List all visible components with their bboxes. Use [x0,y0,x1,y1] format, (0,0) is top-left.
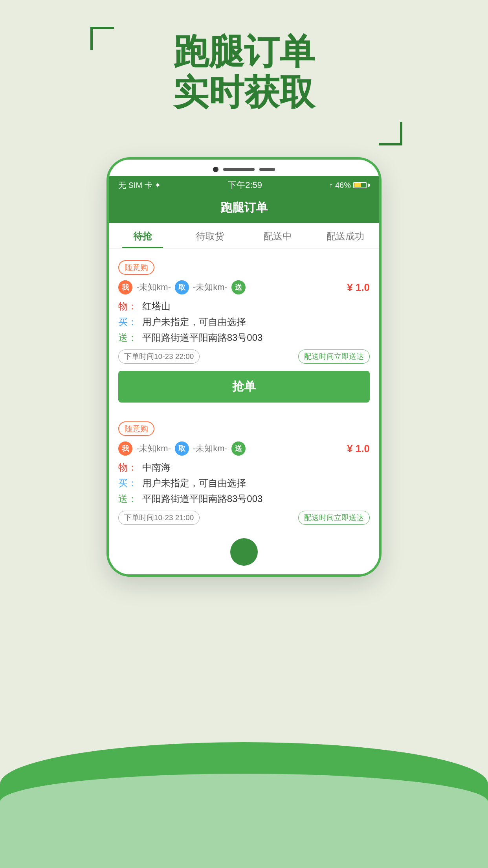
phone-sensor [259,168,275,171]
buy-text-1: 用户未指定，可自由选择 [142,316,246,327]
order-buy-2: 买： 用户未指定，可自由选择 [118,477,370,489]
status-bar: 无 SIM 卡 ✦ 下午2:59 ↑ 46% [109,176,379,194]
status-signal: ↑ [329,181,333,190]
send-text-2: 平阳路街道平阳南路83号003 [142,493,263,504]
status-time: 下午2:59 [228,179,262,191]
order-route-2: 我 -未知km- 取 -未知km- 送 ¥ 1.0 [118,441,370,456]
tab-waiting-pickup[interactable]: 待取货 [176,223,244,248]
delivery-time-tag-2: 配送时间立即送达 [298,511,370,525]
route-from-km-1: -未知km- [136,281,171,293]
item-label-2: 物： [118,462,137,473]
status-carrier: 无 SIM 卡 ✦ [118,180,161,191]
route-icon-me-1: 我 [118,280,132,294]
route-price-1: ¥ 1.0 [347,281,370,294]
route-icon-pickup-2: 取 [175,441,189,456]
phone-home-area [109,532,379,574]
order-route-1: 我 -未知km- 取 -未知km- 送 ¥ 1.0 [118,280,370,294]
route-icon-pickup-1: 取 [175,280,189,294]
order-badge-1: 随意购 [118,260,154,275]
phone-body: 无 SIM 卡 ✦ 下午2:59 ↑ 46% 跑腿订单 待抢 [106,157,382,577]
buy-text-2: 用户未指定，可自由选择 [142,478,246,488]
route-to-km-1: -未知km- [193,281,227,293]
bracket-bottom-right [379,122,402,145]
tab-delivered[interactable]: 配送成功 [312,223,379,248]
buy-label-2: 买： [118,478,137,488]
order-time-tag-2: 下单时间10-23 21:00 [118,511,200,525]
order-card-1: 随意购 我 -未知km- 取 -未知km- 送 ¥ 1.0 物： 红塔山 [109,253,379,410]
nav-bar: 跑腿订单 [109,194,379,223]
nav-title: 跑腿订单 [220,201,268,214]
tab-delivering[interactable]: 配送中 [244,223,312,248]
headline-line2: 实时获取 [0,72,488,113]
route-icon-deliver-1: 送 [231,280,246,294]
order-item-2: 物： 中南海 [118,461,370,474]
send-text-1: 平阳路街道平阳南路83号003 [142,332,263,343]
route-icon-deliver-2: 送 [231,441,246,456]
route-from-km-2: -未知km- [136,443,171,454]
delivery-time-tag-1: 配送时间立即送达 [298,349,370,364]
tab-waiting-grab[interactable]: 待抢 [109,223,176,248]
order-time-tag-1: 下单时间10-23 22:00 [118,349,200,364]
phone-top-bar [109,160,379,176]
phone-mockup: 无 SIM 卡 ✦ 下午2:59 ↑ 46% 跑腿订单 待抢 [106,157,382,577]
send-label-1: 送： [118,332,137,343]
order-footer-1: 下单时间10-23 22:00 配送时间立即送达 [118,349,370,364]
tabs-bar: 待抢 待取货 配送中 配送成功 [109,223,379,248]
status-right: ↑ 46% [329,181,370,190]
battery-fill [354,183,361,187]
order-send-1: 送： 平阳路街道平阳南路83号003 [118,331,370,344]
order-item-1: 物： 红塔山 [118,300,370,313]
item-label-1: 物： [118,301,137,311]
order-card-2: 随意购 我 -未知km- 取 -未知km- 送 ¥ 1.0 物： 中南海 [109,414,379,532]
battery-tip [368,184,370,187]
route-icon-me-2: 我 [118,441,132,456]
order-footer-2: 下单时间10-23 21:00 配送时间立即送达 [118,511,370,525]
status-battery-pct: 46% [335,181,351,190]
headline: 跑腿订单 实时获取 [0,31,488,113]
home-button[interactable] [230,538,258,566]
headline-line1: 跑腿订单 [0,31,488,72]
order-buy-1: 买： 用户未指定，可自由选择 [118,316,370,328]
battery-icon [353,182,370,188]
send-label-2: 送： [118,493,137,504]
order-badge-2: 随意购 [118,421,154,436]
buy-label-1: 买： [118,316,137,327]
route-price-2: ¥ 1.0 [347,443,370,455]
grab-button-1[interactable]: 抢单 [118,371,370,403]
battery-body [353,182,367,188]
order-send-2: 送： 平阳路街道平阳南路83号003 [118,493,370,505]
phone-speaker [223,168,255,171]
item-text-1: 红塔山 [142,301,171,311]
bg-light-shape [0,774,488,868]
route-to-km-2: -未知km- [193,443,227,454]
phone-side-button-right [379,230,382,262]
item-text-2: 中南海 [142,462,171,473]
phone-camera [213,167,218,172]
